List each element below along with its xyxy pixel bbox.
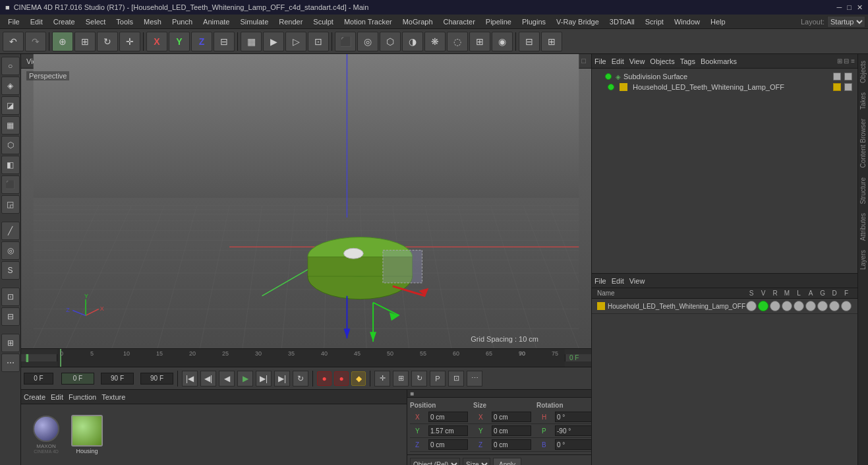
spline-btn[interactable]: ◎ xyxy=(357,32,378,51)
left-icon-15[interactable]: ⋯ xyxy=(1,354,20,372)
viewport-menu-cameras[interactable]: Cameras xyxy=(50,57,80,65)
record-auto-btn[interactable]: ● xyxy=(317,371,332,386)
timeline-track[interactable]: 0 5 10 15 20 25 30 35 40 45 50 55 60 65 … xyxy=(57,349,565,367)
subdiv-surface-row[interactable]: ◈ Subdivision Surface xyxy=(594,71,855,82)
obj-menu-file[interactable]: File xyxy=(594,57,606,65)
mode-param-btn[interactable]: P xyxy=(430,371,446,387)
left-icon-7[interactable]: ⬛ xyxy=(1,175,20,194)
cube-btn[interactable]: ⬛ xyxy=(335,32,356,51)
attr-menu-edit[interactable]: Edit xyxy=(612,277,624,285)
mat-menu-texture[interactable]: Texture xyxy=(101,393,125,401)
tab-objects[interactable]: Objects xyxy=(858,57,868,87)
viewport-menu-panel[interactable]: Panel xyxy=(176,57,194,65)
left-icon-14[interactable]: ⊞ xyxy=(1,334,20,352)
play-btn[interactable]: ▶ xyxy=(237,371,253,387)
tab-structure[interactable]: Structure xyxy=(858,173,868,208)
menu-3dtoall[interactable]: 3DToAll xyxy=(604,16,640,27)
attr-toggle-m[interactable] xyxy=(782,301,792,311)
render-region-btn[interactable]: ▦ xyxy=(241,32,262,51)
menu-motion-tracker[interactable]: Motion Tracker xyxy=(339,16,397,27)
loop-btn[interactable]: ↻ xyxy=(293,371,308,387)
viewport-menu-options[interactable]: Options xyxy=(119,57,144,65)
render-btn[interactable]: ▶ xyxy=(263,32,284,51)
tab-content-browser[interactable]: Content Browser xyxy=(858,115,868,171)
go-end-btn[interactable]: ▶| xyxy=(274,371,290,387)
mode-pla-btn[interactable]: ⊡ xyxy=(448,371,464,387)
camera-btn[interactable]: ⊞ xyxy=(469,32,490,51)
axis-y-btn[interactable]: Y xyxy=(169,32,190,51)
pos-y-input[interactable] xyxy=(428,425,468,436)
obj-menu-objects[interactable]: Objects xyxy=(650,57,674,65)
menu-character[interactable]: Character xyxy=(438,16,480,27)
axis-all-btn[interactable]: ⊟ xyxy=(214,32,235,51)
size-z-input[interactable] xyxy=(492,439,531,450)
end-frame2-input[interactable] xyxy=(140,373,173,385)
apply-button[interactable]: Apply xyxy=(493,458,521,465)
mode-scale-btn[interactable]: ⊞ xyxy=(393,371,409,387)
attr-toggle-d[interactable] xyxy=(829,301,840,311)
left-icon-1[interactable]: ○ xyxy=(1,57,20,75)
left-icon-4[interactable]: ▦ xyxy=(1,116,20,135)
lamp-tag[interactable] xyxy=(833,83,841,91)
left-icon-3[interactable]: ◪ xyxy=(1,96,20,115)
prev-keyframe-btn[interactable]: ◀| xyxy=(200,371,216,387)
tab-layers[interactable]: Layers xyxy=(858,246,868,274)
attr-toggle-g[interactable] xyxy=(817,301,828,311)
lamp-tag2[interactable] xyxy=(844,83,852,91)
left-icon-9[interactable]: ╱ xyxy=(1,222,20,240)
mode-move-btn[interactable]: ✛ xyxy=(374,371,390,387)
menu-help[interactable]: Help xyxy=(705,16,731,27)
start-frame-input[interactable] xyxy=(61,373,94,385)
menu-tools[interactable]: Tools xyxy=(111,16,138,27)
left-icon-6[interactable]: ◧ xyxy=(1,156,20,174)
menu-file[interactable]: File xyxy=(3,16,25,27)
scale-btn[interactable]: ⊞ xyxy=(74,32,96,51)
minimize-btn[interactable]: ─ xyxy=(837,3,842,12)
size-x-input[interactable] xyxy=(492,412,531,422)
menu-simulate[interactable]: Simulate xyxy=(235,16,274,27)
subdiv-tag2[interactable] xyxy=(844,73,852,80)
go-start-btn[interactable]: |◀ xyxy=(182,371,198,387)
subdiv-visibility[interactable] xyxy=(605,73,612,80)
undo-btn[interactable]: ↶ xyxy=(3,32,24,51)
material-housing[interactable]: Housing xyxy=(71,415,103,454)
menu-plugins[interactable]: Plugins xyxy=(517,16,551,27)
attr-object-row[interactable]: Household_LED_Teeth_Whitening_Lamp_OFF xyxy=(592,299,857,314)
attr-menu-file[interactable]: File xyxy=(594,277,606,285)
menu-animate[interactable]: Animate xyxy=(198,16,235,27)
timeline[interactable]: ▐ 0 5 10 15 20 25 30 35 40 45 50 55 xyxy=(21,348,591,367)
tab-attributes[interactable]: Attributes xyxy=(858,209,868,245)
render2-btn[interactable]: ▷ xyxy=(285,32,306,51)
object-rel-select[interactable]: Object (Rel) xyxy=(410,458,460,465)
viewport-menu-display[interactable]: Display xyxy=(87,57,111,65)
pos-z-input[interactable] xyxy=(428,439,468,450)
size-y-input[interactable] xyxy=(492,425,531,436)
menu-window[interactable]: Window xyxy=(669,16,705,27)
rotate-btn[interactable]: ↻ xyxy=(97,32,118,51)
attr-toggle-a[interactable] xyxy=(805,301,816,311)
mode-extra-btn[interactable]: ⋯ xyxy=(467,371,482,387)
menu-mesh[interactable]: Mesh xyxy=(138,16,167,27)
viewport-menu-filter[interactable]: Filter xyxy=(152,57,167,65)
obj-menu-tags[interactable]: Tags xyxy=(680,57,695,65)
grid-btn[interactable]: ⊞ xyxy=(541,32,562,51)
redo-btn[interactable]: ↷ xyxy=(25,32,46,51)
mat-menu-edit[interactable]: Edit xyxy=(51,393,63,401)
menu-sculpt[interactable]: Sculpt xyxy=(308,16,339,27)
left-icon-13[interactable]: ⊟ xyxy=(1,307,20,326)
record-btn[interactable]: ● xyxy=(334,371,349,386)
rot-p-input[interactable] xyxy=(555,425,594,436)
left-icon-8[interactable]: ◲ xyxy=(1,195,20,214)
menu-vray[interactable]: V-Ray Bridge xyxy=(551,16,604,27)
obj-menu-view[interactable]: View xyxy=(629,57,645,65)
attr-toggle-r[interactable] xyxy=(770,301,780,311)
title-bar-controls[interactable]: ─ □ ✕ xyxy=(837,3,863,12)
viewport[interactable]: View Cameras Display Options Filter Pane… xyxy=(21,54,591,348)
rot-h-input[interactable] xyxy=(555,412,594,422)
left-icon-12[interactable]: ⊡ xyxy=(1,288,20,306)
tab-takes[interactable]: Takes xyxy=(858,88,868,113)
obj-menu-edit[interactable]: Edit xyxy=(612,57,624,65)
snap-btn[interactable]: ⊟ xyxy=(519,32,540,51)
left-icon-2[interactable]: ◈ xyxy=(1,77,20,95)
left-icon-10[interactable]: ◎ xyxy=(1,241,20,260)
